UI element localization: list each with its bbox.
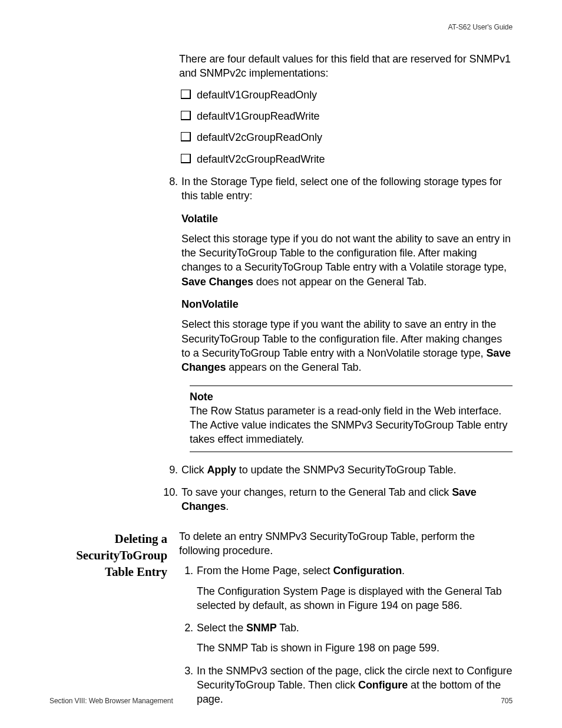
- nonvolatile-term: NonVolatile: [181, 297, 513, 311]
- checkbox-icon: [181, 154, 191, 163]
- volatile-desc: Select this storage type if you do not w…: [181, 232, 513, 289]
- main-body: There are four default values for this f…: [179, 52, 513, 513]
- footer-left: Section VIII: Web Browser Management: [49, 696, 173, 706]
- procedure-list-a: 8. In the Storage Type field, select one…: [164, 174, 513, 514]
- step-10: 10. To save your changes, return to the …: [164, 485, 513, 514]
- list-item: defaultV2cGroupReadWrite: [179, 152, 513, 166]
- deleting-section: Deleting a SecurityToGroup Table Entry T…: [49, 529, 513, 715]
- checkbox-icon: [181, 111, 191, 120]
- section-intro: To delete an entry SNMPv3 SecurityToGrou…: [179, 529, 513, 558]
- note-box: Note The Row Status parameter is a read-…: [190, 386, 513, 452]
- checkbox-icon: [181, 132, 191, 141]
- note-text: The Row Status parameter is a read-only …: [190, 404, 513, 447]
- note-title: Note: [190, 390, 513, 404]
- step-8: 8. In the Storage Type field, select one…: [164, 174, 513, 452]
- page-number: 705: [501, 696, 513, 706]
- step-1: 1. From the Home Page, select Configurat…: [179, 564, 513, 612]
- volatile-term: Volatile: [181, 212, 513, 226]
- section-body: To delete an entry SNMPv3 SecurityToGrou…: [179, 529, 513, 715]
- step-1-sub: The Configuration System Page is display…: [197, 584, 513, 613]
- nonvolatile-desc: Select this storage type if you want the…: [181, 317, 513, 374]
- intro-paragraph: There are four default values for this f…: [179, 52, 513, 81]
- step-2: 2. Select the SNMP Tab. The SNMP Tab is …: [179, 621, 513, 655]
- list-item: defaultV1GroupReadOnly: [179, 88, 513, 102]
- side-heading: Deleting a SecurityToGroup Table Entry: [49, 529, 179, 715]
- procedure-list-b: 1. From the Home Page, select Configurat…: [179, 564, 513, 706]
- list-item: defaultV2cGroupReadOnly: [179, 130, 513, 144]
- defaults-list: defaultV1GroupReadOnly defaultV1GroupRea…: [179, 88, 513, 166]
- footer: Section VIII: Web Browser Management 705: [49, 696, 513, 706]
- list-item: defaultV1GroupReadWrite: [179, 109, 513, 123]
- guide-title: AT-S62 User's Guide: [448, 23, 513, 31]
- step-2-sub: The SNMP Tab is shown in Figure 198 on p…: [197, 641, 513, 655]
- checkbox-icon: [181, 90, 191, 99]
- running-header: AT-S62 User's Guide: [49, 22, 513, 32]
- step-9: 9. Click Apply to update the SNMPv3 Secu…: [164, 463, 513, 477]
